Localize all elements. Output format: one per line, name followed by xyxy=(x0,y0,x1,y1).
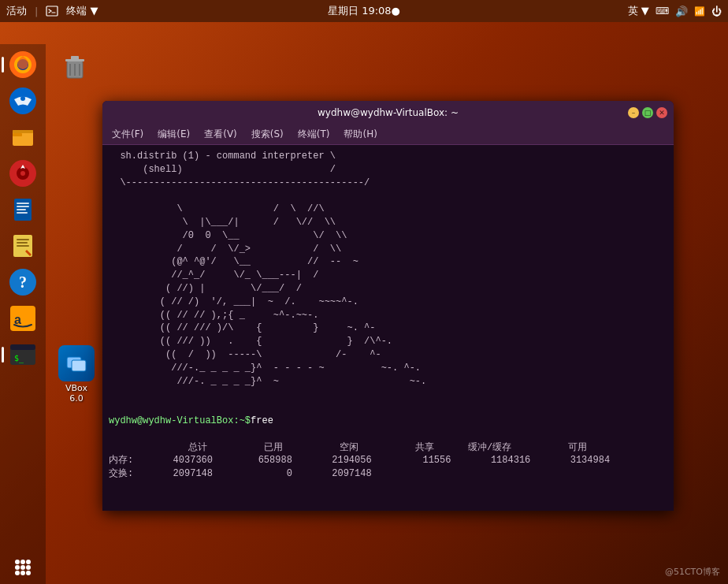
network-icon: 📶 xyxy=(694,6,705,17)
top-panel: 活动 | 终端 ▼ 星期日 19:08● 英 ▼ ⌨ 🔊 📶 ⏻ xyxy=(0,0,728,22)
svg-text:?: ? xyxy=(19,273,27,291)
trash-icon[interactable] xyxy=(59,50,91,84)
dock-libreoffice[interactable] xyxy=(6,193,39,226)
dock-amazon[interactable]: a xyxy=(6,302,39,335)
terminal-table: 总计 已用 空闲 共享 缓冲/缓存 可用 内存: 4037360 658988 … xyxy=(109,428,667,494)
close-button[interactable]: ✕ xyxy=(656,107,667,118)
dock-text-editor[interactable] xyxy=(6,229,39,262)
application-dock: ? a $_ xyxy=(0,44,46,584)
svg-point-30 xyxy=(20,560,25,564)
svg-rect-16 xyxy=(17,209,26,210)
svg-rect-45 xyxy=(72,360,86,371)
svg-text:a: a xyxy=(14,313,21,326)
svg-rect-19 xyxy=(17,239,29,240)
svg-point-12 xyxy=(20,171,25,176)
svg-text:$_: $_ xyxy=(14,354,24,363)
terminal-window: wydhw@wydhw-VirtualBox: ~ – □ ✕ 文件(F) 编辑… xyxy=(102,101,674,511)
separator-icon: | xyxy=(35,6,38,17)
terminal-label[interactable]: 终端 ▼ xyxy=(66,4,98,18)
minimize-button[interactable]: – xyxy=(628,107,639,118)
svg-point-29 xyxy=(15,560,20,564)
terminal-prompt: wydhw@wydhw-VirtualBox:~$ xyxy=(109,415,251,428)
menu-file[interactable]: 文件(F) xyxy=(106,126,150,143)
menu-terminal[interactable]: 终端(T) xyxy=(292,126,336,143)
svg-rect-21 xyxy=(17,245,29,247)
window-controls: – □ ✕ xyxy=(628,107,667,118)
svg-point-35 xyxy=(15,571,20,575)
lang-indicator[interactable]: 英 ▼ xyxy=(628,4,649,18)
terminal-ascii-art: sh.distrib (1) - command interpreter \ (… xyxy=(109,150,667,415)
top-panel-right: 英 ▼ ⌨ 🔊 📶 ⏻ xyxy=(628,4,722,18)
dock-terminal[interactable]: $_ xyxy=(6,338,39,371)
svg-rect-9 xyxy=(13,130,33,133)
dock-rhythmbox[interactable] xyxy=(6,157,39,190)
terminal-title: wydhw@wydhw-VirtualBox: ~ xyxy=(318,107,459,118)
svg-point-37 xyxy=(26,571,31,575)
dock-apps-grid[interactable] xyxy=(6,551,39,584)
terminal-menu-bar: 文件(F) 编辑(E) 查看(V) 搜索(S) 终端(T) 帮助(H) xyxy=(102,125,674,145)
maximize-button[interactable]: □ xyxy=(642,107,653,118)
svg-rect-27 xyxy=(10,344,35,350)
activities-button[interactable]: 活动 xyxy=(6,4,27,18)
terminal-prompt-line: wydhw@wydhw-VirtualBox:~$ free xyxy=(109,415,667,428)
datetime-display: 星期日 19:08● xyxy=(328,4,400,18)
svg-point-36 xyxy=(20,571,25,575)
virtualbox-label: VBox6.0 xyxy=(54,383,99,404)
svg-rect-8 xyxy=(13,133,22,136)
terminal-command: free xyxy=(251,415,273,428)
menu-view[interactable]: 查看(V) xyxy=(198,126,243,143)
power-icon[interactable]: ⏻ xyxy=(711,6,722,17)
dock-files[interactable] xyxy=(6,121,39,154)
menu-search[interactable]: 搜索(S) xyxy=(245,126,290,143)
svg-point-34 xyxy=(26,565,31,570)
menu-edit[interactable]: 编辑(E) xyxy=(151,126,196,143)
terminal-icon xyxy=(46,5,58,17)
keyboard-icon: ⌨ xyxy=(656,6,669,17)
virtualbox-desktop-icon[interactable]: VBox6.0 xyxy=(54,345,99,404)
desktop: ? a $_ VBox6.0 wydhw@wydhw-VirtualBox: ~ xyxy=(0,22,728,584)
svg-point-31 xyxy=(26,560,31,564)
svg-point-32 xyxy=(15,565,20,570)
svg-point-6 xyxy=(20,96,25,101)
terminal-titlebar: wydhw@wydhw-VirtualBox: ~ – □ ✕ xyxy=(102,101,674,125)
terminal-body[interactable]: sh.distrib (1) - command interpreter \ (… xyxy=(102,145,674,511)
svg-rect-40 xyxy=(71,56,79,60)
dock-firefox[interactable] xyxy=(6,48,39,81)
svg-rect-15 xyxy=(17,206,29,207)
dock-thunderbird[interactable] xyxy=(6,84,39,117)
volume-icon[interactable]: 🔊 xyxy=(675,6,688,17)
top-panel-left: 活动 | 终端 ▼ xyxy=(6,4,98,18)
svg-rect-17 xyxy=(17,212,28,214)
svg-rect-14 xyxy=(17,203,29,204)
menu-help[interactable]: 帮助(H) xyxy=(337,126,383,143)
dock-help[interactable]: ? xyxy=(6,266,39,299)
svg-rect-20 xyxy=(17,242,28,244)
svg-point-33 xyxy=(20,565,25,570)
watermark: @51CTO博客 xyxy=(665,566,720,578)
